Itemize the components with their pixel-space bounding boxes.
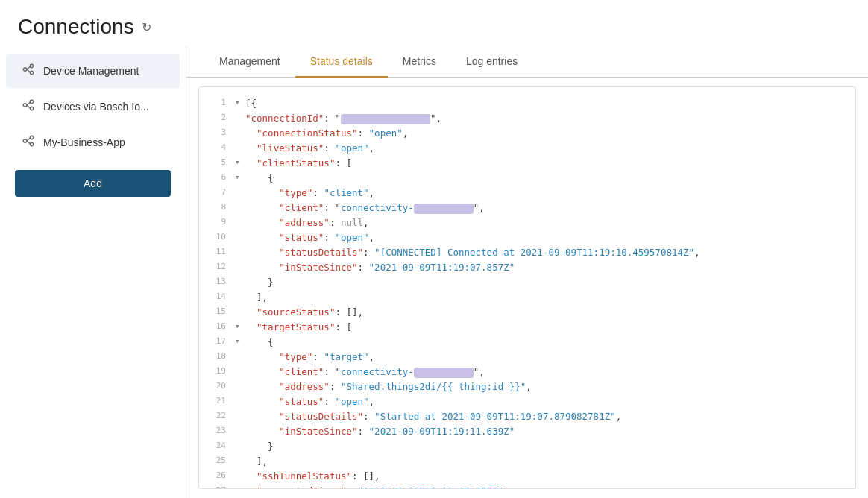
tabs-bar: ManagementStatus detailsMetricsLog entri… xyxy=(186,46,868,78)
line-content: "address": null, xyxy=(245,215,843,230)
json-line: 8 "client": "connectivity-", xyxy=(211,201,843,215)
json-line: 20 "address": "Shared.things2di/{{ thing… xyxy=(211,379,843,394)
line-number: 8 xyxy=(211,201,235,214)
line-content: "connectionId": "", xyxy=(245,111,843,126)
line-content: ], xyxy=(245,290,843,305)
line-content: "statusDetails": "[CONNECTED] Connected … xyxy=(245,245,843,260)
line-number: 5 xyxy=(211,156,235,169)
line-number: 17 xyxy=(211,335,235,348)
line-number: 1 xyxy=(211,96,235,110)
tab-metrics[interactable]: Metrics xyxy=(388,46,451,78)
line-toggle[interactable]: ▾ xyxy=(235,171,245,184)
json-line: 15 "sourceStatus": [], xyxy=(211,305,843,320)
line-number: 26 xyxy=(211,469,235,482)
content-area: ManagementStatus detailsMetricsLog entri… xyxy=(186,46,868,498)
json-viewer: 1▾[{2 "connectionId": "",3 "connectionSt… xyxy=(198,86,856,489)
line-content: "address": "Shared.things2di/{{ thing:id… xyxy=(245,379,843,394)
json-line: 9 "address": null, xyxy=(211,215,843,230)
line-content: } xyxy=(245,275,843,290)
json-line: 10 "status": "open", xyxy=(211,230,843,245)
tab-management[interactable]: Management xyxy=(204,46,295,78)
tab-log-entries[interactable]: Log entries xyxy=(451,46,532,78)
app-container: Connections ↻ Device Management xyxy=(0,0,868,498)
sidebar-item-my-business-app[interactable]: My-Business-App xyxy=(6,125,180,160)
sidebar-item-label: My-Business-App xyxy=(43,136,125,148)
line-content: [{ xyxy=(245,96,843,111)
line-content: "sourceStatus": [], xyxy=(245,305,843,320)
svg-point-0 xyxy=(23,68,27,72)
page-title: Connections xyxy=(18,15,134,39)
json-line: 23 "inStateSince": "2021-09-09T11:19:11.… xyxy=(211,424,843,439)
json-line: 2 "connectionId": "", xyxy=(211,111,843,126)
line-content: "targetStatus": [ xyxy=(245,320,843,335)
json-line: 12 "inStateSince": "2021-09-09T11:19:07.… xyxy=(211,260,843,275)
line-content: { xyxy=(245,171,843,186)
svg-point-10 xyxy=(23,139,27,143)
line-content: "client": "connectivity-", xyxy=(245,365,843,379)
connection-icon xyxy=(21,63,36,79)
json-line: 1▾[{ xyxy=(211,96,843,111)
tab-status-details[interactable]: Status details xyxy=(295,46,388,78)
json-line: 22 "statusDetails": "Started at 2021-09-… xyxy=(211,409,843,424)
svg-line-14 xyxy=(27,141,31,144)
line-content: "statusDetails": "Started at 2021-09-09T… xyxy=(245,409,843,424)
line-number: 18 xyxy=(211,350,235,363)
json-line: 3 "connectionStatus": "open", xyxy=(211,126,843,141)
sidebar-item-device-management[interactable]: Device Management xyxy=(6,54,180,88)
svg-point-2 xyxy=(30,71,34,75)
json-line: 21 "status": "open", xyxy=(211,394,843,409)
json-line: 19 "client": "connectivity-", xyxy=(211,365,843,379)
line-number: 9 xyxy=(211,215,235,229)
json-line: 6▾ { xyxy=(211,171,843,186)
json-line: 16▾ "targetStatus": [ xyxy=(211,320,843,335)
line-number: 7 xyxy=(211,186,235,199)
sidebar-item-label: Devices via Bosch Io... xyxy=(43,101,149,113)
svg-line-9 xyxy=(27,105,31,108)
json-line: 14 ], xyxy=(211,290,843,305)
line-number: 22 xyxy=(211,409,235,423)
svg-point-6 xyxy=(30,100,34,104)
line-content: "type": "client", xyxy=(245,186,843,201)
json-line: 7 "type": "client", xyxy=(211,186,843,201)
svg-line-8 xyxy=(27,102,31,105)
line-number: 11 xyxy=(211,245,235,259)
main-layout: Device Management Devices via Bosch Io..… xyxy=(0,46,868,498)
line-number: 12 xyxy=(211,260,235,274)
json-line: 25 ], xyxy=(211,454,843,469)
line-number: 23 xyxy=(211,424,235,438)
line-number: 15 xyxy=(211,305,235,318)
line-toggle[interactable]: ▾ xyxy=(235,96,245,110)
add-button[interactable]: Add xyxy=(15,170,171,197)
line-number: 13 xyxy=(211,275,235,289)
sidebar-item-label: Device Management xyxy=(43,65,139,77)
line-number: 24 xyxy=(211,439,235,453)
json-line: 27 "connectedSince": "2021-09-09T11:19:0… xyxy=(211,484,843,489)
line-content: "connectionStatus": "open", xyxy=(245,126,843,141)
line-content: "status": "open", xyxy=(245,394,843,409)
line-number: 16 xyxy=(211,320,235,333)
sidebar-item-devices-via-bosch[interactable]: Devices via Bosch Io... xyxy=(6,89,180,124)
svg-point-7 xyxy=(30,107,34,110)
json-line: 18 "type": "target", xyxy=(211,350,843,365)
line-content: "inStateSince": "2021-09-09T11:19:11.639… xyxy=(245,424,843,439)
json-line: 24 } xyxy=(211,439,843,454)
line-toggle[interactable]: ▾ xyxy=(235,320,245,333)
svg-point-1 xyxy=(30,64,34,68)
svg-point-12 xyxy=(30,142,34,146)
line-toggle[interactable]: ▾ xyxy=(235,335,245,348)
line-number: 2 xyxy=(211,111,235,125)
line-number: 21 xyxy=(211,394,235,408)
sidebar: Device Management Devices via Bosch Io..… xyxy=(0,46,186,498)
line-number: 19 xyxy=(211,365,235,378)
svg-line-4 xyxy=(27,69,31,72)
line-content: "connectedSince": "2021-09-09T11:19:07.8… xyxy=(245,484,843,489)
svg-line-13 xyxy=(27,138,31,141)
json-line: 13 } xyxy=(211,275,843,290)
line-toggle[interactable]: ▾ xyxy=(235,156,245,169)
json-line: 11 "statusDetails": "[CONNECTED] Connect… xyxy=(211,245,843,260)
line-content: "liveStatus": "open", xyxy=(245,141,843,156)
line-number: 3 xyxy=(211,126,235,139)
refresh-icon[interactable]: ↻ xyxy=(142,20,151,34)
line-content: } xyxy=(245,439,843,454)
json-line: 5▾ "clientStatus": [ xyxy=(211,156,843,171)
